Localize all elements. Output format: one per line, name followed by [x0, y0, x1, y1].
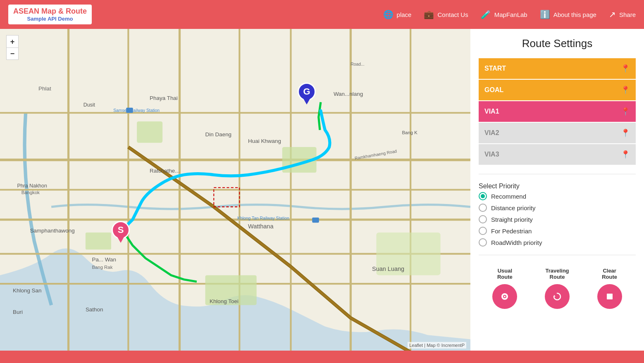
- start-button[interactable]: START 📍: [479, 58, 636, 79]
- priority-roadwidth[interactable]: RoadWidth priority: [479, 238, 636, 247]
- start-marker-label: S: [118, 225, 124, 235]
- clear-route-label: ClearRoute: [593, 268, 626, 280]
- zoom-out-button[interactable]: −: [6, 47, 19, 60]
- svg-text:Bang Rak: Bang Rak: [92, 265, 112, 270]
- svg-text:Phra Nakhon: Phra Nakhon: [17, 183, 47, 189]
- map-background: Phlat Dusit Phaya Thai Samsen Railway St…: [0, 29, 470, 351]
- refresh-icon: [552, 292, 562, 301]
- logo-subtitle: Sample API Demo: [13, 16, 87, 22]
- priority-straight-label: Straight priority: [491, 216, 533, 223]
- goal-marker: G: [298, 83, 316, 101]
- via3-button[interactable]: VIA3 📍: [479, 144, 636, 165]
- nav-place-label: place: [397, 11, 412, 18]
- traveling-route-label: TravelingRoute: [541, 268, 574, 280]
- via1-pin-icon: 📍: [621, 107, 630, 116]
- traveling-route-button[interactable]: [545, 284, 570, 309]
- clear-route-button[interactable]: [597, 284, 622, 309]
- svg-text:Khlong Toei: Khlong Toei: [210, 298, 239, 304]
- priority-distance[interactable]: Distance priority: [479, 204, 636, 212]
- svg-text:Dusit: Dusit: [83, 102, 95, 108]
- nav-about-label: About this page: [553, 11, 596, 18]
- priority-distance-label: Distance priority: [491, 204, 536, 211]
- footer-bar: [0, 351, 644, 363]
- svg-rect-48: [607, 294, 613, 299]
- bottom-actions: UsualRoute TravelingRoute ClearRoute: [479, 268, 636, 309]
- usual-route-button[interactable]: [492, 284, 517, 309]
- right-panel: Route Settings START 📍 GOAL 📍 VIA1 📍 VIA…: [470, 29, 644, 351]
- svg-text:Samsen Railway Station: Samsen Railway Station: [113, 108, 160, 113]
- goal-marker-label: G: [303, 86, 310, 97]
- via2-button[interactable]: VIA2 📍: [479, 123, 636, 143]
- about-icon: ℹ️: [540, 9, 550, 19]
- priority-section-title: Select Priority: [479, 183, 636, 190]
- svg-text:Watthana: Watthana: [248, 223, 274, 230]
- svg-text:Phaya Thai: Phaya Thai: [150, 95, 178, 101]
- svg-rect-17: [376, 233, 440, 275]
- nav-mapfanlab[interactable]: 🧪 MapFanLab: [481, 9, 527, 19]
- goal-button-label: GOAL: [484, 86, 503, 94]
- priority-straight[interactable]: Straight priority: [479, 215, 636, 223]
- svg-text:Huai Khwang: Huai Khwang: [248, 138, 281, 144]
- priority-roadwidth-label: RoadWidth priority: [491, 239, 542, 246]
- nav-contact-label: Contact Us: [437, 11, 468, 18]
- main-content: Phlat Dusit Phaya Thai Samsen Railway St…: [0, 29, 644, 351]
- via3-button-label: VIA3: [484, 151, 499, 158]
- place-icon: 🌐: [383, 9, 394, 19]
- start-pin-icon: 📍: [621, 64, 630, 73]
- svg-point-47: [504, 296, 506, 297]
- svg-rect-18: [86, 233, 111, 249]
- nav-contact[interactable]: 💼 Contact Us: [424, 9, 468, 19]
- panel-title: Route Settings: [479, 37, 636, 50]
- priority-recommend-label: Recommend: [491, 193, 526, 200]
- delete-icon: [605, 292, 615, 301]
- nav-share-label: Share: [619, 11, 636, 18]
- logo: ASEAN Map & Route Sample API Demo: [8, 5, 92, 24]
- usual-route-label: UsualRoute: [488, 268, 521, 280]
- divider-1: [479, 174, 636, 174]
- map-attribution: Leaflet | Map © IncrementP: [408, 342, 466, 349]
- svg-text:Ratchathe...: Ratchathe...: [150, 168, 179, 174]
- header: ASEAN Map & Route Sample API Demo 🌐 plac…: [0, 0, 644, 29]
- start-marker: S: [112, 221, 130, 239]
- nav-place[interactable]: 🌐 place: [383, 9, 412, 19]
- svg-text:Bangkok: Bangkok: [21, 190, 40, 195]
- start-button-label: START: [484, 65, 506, 72]
- nav-about[interactable]: ℹ️ About this page: [540, 9, 596, 19]
- map-zoom-controls: + −: [6, 35, 19, 60]
- svg-rect-19: [126, 108, 133, 113]
- radio-pedestrian-circle: [479, 227, 487, 235]
- svg-text:Khlong San: Khlong San: [13, 287, 41, 294]
- nav-share[interactable]: ↗ Share: [609, 9, 636, 19]
- zoom-in-button[interactable]: +: [6, 35, 19, 47]
- svg-text:Road...: Road...: [351, 62, 364, 66]
- svg-text:Samphanthawong: Samphanthawong: [30, 228, 74, 234]
- goal-button[interactable]: GOAL 📍: [479, 80, 636, 100]
- main-nav: 🌐 place 💼 Contact Us 🧪 MapFanLab ℹ️ Abou…: [383, 9, 636, 19]
- priority-recommend[interactable]: Recommend: [479, 192, 636, 200]
- svg-rect-0: [0, 29, 470, 351]
- contact-icon: 💼: [424, 9, 434, 19]
- via2-pin-icon: 📍: [621, 128, 630, 138]
- radio-recommend-circle: [479, 192, 487, 200]
- svg-text:Pa...  Wan: Pa... Wan: [92, 256, 116, 263]
- svg-text:Khlong Tan Railway Station: Khlong Tan Railway Station: [237, 216, 289, 221]
- via3-pin-icon: 📍: [621, 150, 630, 159]
- share-icon: ↗: [609, 9, 616, 19]
- priority-pedestrian[interactable]: For Pedestrian: [479, 227, 636, 235]
- priority-pedestrian-label: For Pedestrian: [491, 228, 532, 235]
- svg-rect-20: [312, 218, 319, 223]
- map-svg: Phlat Dusit Phaya Thai Samsen Railway St…: [0, 29, 470, 351]
- svg-rect-16: [205, 275, 257, 305]
- via1-button[interactable]: VIA1 📍: [479, 101, 636, 122]
- radio-distance-circle: [479, 204, 487, 212]
- map-area[interactable]: Phlat Dusit Phaya Thai Samsen Railway St…: [0, 29, 470, 351]
- svg-text:Wan...nlang: Wan...nlang: [334, 91, 363, 97]
- goal-marker-circle: G: [298, 83, 316, 101]
- svg-text:Bang K: Bang K: [402, 130, 417, 135]
- action-buttons: [479, 284, 636, 309]
- nav-mapfanlab-label: MapFanLab: [494, 11, 527, 18]
- mapfanlab-icon: 🧪: [481, 9, 491, 19]
- radio-straight-circle: [479, 215, 487, 223]
- via1-button-label: VIA1: [484, 108, 499, 115]
- svg-text:Din Daeng: Din Daeng: [205, 131, 232, 138]
